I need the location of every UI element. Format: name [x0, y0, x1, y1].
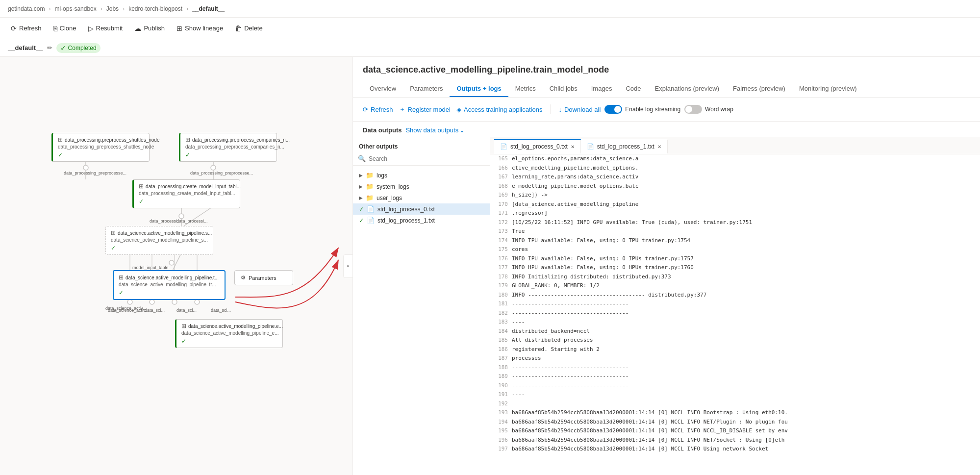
- log-line-text: ------------------------------------: [512, 382, 628, 390]
- delete-button[interactable]: 🗑 Delete: [230, 22, 268, 35]
- collapse-panel-button[interactable]: «: [343, 254, 352, 278]
- file-search[interactable]: 🔍: [353, 152, 490, 166]
- log-line: 186registered. Starting with 2: [490, 345, 980, 354]
- svg-text:data_processing_preprocesse...: data_processing_preprocesse...: [190, 171, 253, 175]
- tab-overview[interactable]: Overview: [363, 81, 403, 97]
- tab-monitoring[interactable]: Monitoring (preview): [792, 81, 864, 97]
- log-line-number: 182: [494, 309, 508, 318]
- log-tab-0[interactable]: 📄 std_log_process_0.txt ✕: [494, 139, 581, 154]
- edit-icon[interactable]: ✏: [47, 44, 52, 51]
- register-model-button[interactable]: ＋ Register model: [399, 102, 451, 116]
- word-wrap-toggle[interactable]: Word wrap: [684, 105, 733, 114]
- log-line-text: ba686aaf85b54b2594ccb5808baa13d2000001:1…: [512, 427, 788, 435]
- log-line-number: 175: [494, 246, 508, 254]
- log-line-text: [data_science.active_modelling_pipeline: [512, 200, 638, 209]
- tab-code[interactable]: Code: [619, 81, 648, 97]
- log-line: 185All distributed processes: [490, 336, 980, 345]
- params-icon: ⚙: [241, 275, 246, 281]
- log-tab-1-close[interactable]: ✕: [657, 144, 661, 150]
- check-icon-file-0: ✓: [359, 206, 364, 213]
- tab-outputs-logs[interactable]: Outputs + logs: [450, 81, 508, 97]
- log-streaming-toggle-switch[interactable]: [604, 105, 622, 114]
- pipeline-node-3[interactable]: ⊞ data_processing.create_model_input_tab…: [132, 179, 240, 208]
- tab-explanations[interactable]: Explanations (preview): [648, 81, 726, 97]
- log-line: 192: [490, 400, 980, 409]
- download-all-button[interactable]: ↓ Download all: [558, 103, 601, 116]
- pipeline-node-4[interactable]: ⊞ data_science.active_modelling_pipeline…: [105, 226, 213, 255]
- action-bar: ⟳ Refresh ＋ Register model ◈ Access trai…: [353, 98, 980, 122]
- tree-item-file-0[interactable]: ✓ 📄 std_log_process_0.txt: [353, 203, 490, 215]
- delete-icon: 🗑: [235, 25, 242, 32]
- show-data-outputs-link[interactable]: Show data outputs ⌄: [405, 126, 465, 134]
- tab-parameters[interactable]: Parameters: [403, 81, 450, 97]
- node-check-1: ✓: [58, 151, 144, 158]
- log-line-text: h_size]) ->: [512, 191, 548, 200]
- show-lineage-button[interactable]: ⊞ Show lineage: [172, 22, 228, 35]
- breadcrumb-item-1[interactable]: getindata.com: [8, 5, 45, 12]
- svg-text:data_processi...: data_processi...: [150, 219, 181, 224]
- word-wrap-toggle-switch[interactable]: [684, 105, 702, 114]
- log-line-text: ba686aaf85b54b2594ccb5808baa13d2000001:1…: [512, 445, 768, 453]
- tree-item-file-0-label: std_log_process_0.txt: [377, 206, 435, 213]
- log-tab-1[interactable]: 📄 std_log_process_1.txt ✕: [581, 139, 668, 154]
- publish-button[interactable]: ☁ Publish: [129, 22, 170, 35]
- access-training-button[interactable]: ◈ Access training applications: [456, 103, 542, 116]
- svg-point-7: [83, 165, 88, 170]
- log-line: 173True: [490, 227, 980, 236]
- tab-images[interactable]: Images: [584, 81, 619, 97]
- log-line-number: 197: [494, 445, 508, 453]
- pipeline-node-5-selected[interactable]: ⊞ data_science.active_modelling_pipeline…: [113, 270, 226, 300]
- pipeline-node-1[interactable]: ⊞ data_processing.preprocess_shuttles_no…: [51, 133, 150, 162]
- tree-item-user-logs[interactable]: ▶ 📁 user_logs: [353, 192, 490, 203]
- log-streaming-toggle[interactable]: Enable log streaming: [604, 105, 680, 114]
- node-check-3: ✓: [139, 198, 235, 205]
- log-line: 178 INFO Initializing distributed: distr…: [490, 273, 980, 282]
- refresh-icon: ⟳: [11, 25, 17, 32]
- tree-item-system-logs[interactable]: ▶ 📁 system_logs: [353, 181, 490, 192]
- log-line: 188 ------------------------------------: [490, 363, 980, 373]
- log-line: 165el_options.epochs,params:data_science…: [490, 154, 980, 164]
- log-line: 175cores: [490, 245, 980, 254]
- log-tabs: 📄 std_log_process_0.txt ✕ 📄 std_log_proc…: [490, 137, 980, 154]
- search-input[interactable]: [369, 155, 485, 162]
- tree-item-file-1-label: std_log_process_1.txt: [377, 217, 435, 224]
- log-line: 187processes: [490, 354, 980, 363]
- log-line-number: 184: [494, 327, 508, 336]
- log-tab-0-close[interactable]: ✕: [571, 144, 575, 150]
- tree-item-logs[interactable]: ▶ 📁 logs: [353, 170, 490, 181]
- refresh-action-button[interactable]: ⟳ Refresh: [363, 103, 393, 116]
- expand-icon-logs: ▶: [359, 173, 363, 178]
- download-group: ↓ Download all Enable log streaming Word…: [558, 103, 733, 116]
- node-icon-4: ⊞: [111, 229, 116, 236]
- pipeline-canvas[interactable]: data_processing_preprocesse... data_proc…: [0, 57, 352, 475]
- svg-text:data_sci...: data_sci...: [211, 308, 231, 313]
- parameters-box[interactable]: ⚙ Parameters: [234, 270, 293, 285]
- log-line: 190 ------------------------------------: [490, 381, 980, 391]
- log-line-number: 193: [494, 409, 508, 417]
- log-line-text: ba686aaf85b54b2594ccb5808baa13d2000001:1…: [512, 409, 788, 417]
- resubmit-icon: ▷: [88, 25, 94, 32]
- tab-child-jobs[interactable]: Child jobs: [543, 81, 584, 97]
- resubmit-button[interactable]: ▷ Resubmit: [83, 22, 128, 35]
- clone-button[interactable]: ⎘ Clone: [49, 22, 81, 35]
- svg-point-8: [211, 165, 216, 170]
- folder-icon-system-logs: 📁: [366, 183, 374, 190]
- check-icon-file-1: ✓: [359, 217, 364, 224]
- refresh-button[interactable]: ⟳ Refresh: [6, 22, 47, 35]
- log-line-number: 190: [494, 382, 508, 390]
- svg-text:data_sci...: data_sci...: [145, 308, 165, 313]
- breadcrumb-item-3[interactable]: Jobs: [106, 5, 119, 12]
- detail-header: data_science.active_modelling_pipeline.t…: [353, 57, 980, 98]
- breadcrumb-item-5: __default__: [192, 5, 225, 12]
- log-line: 177 INFO HPU available: False, using: 0 …: [490, 263, 980, 273]
- log-line-text: INFO -----------------------------------…: [512, 291, 706, 300]
- tree-item-file-1[interactable]: ✓ 📄 std_log_process_1.txt: [353, 215, 490, 226]
- tab-fairness[interactable]: Fairness (preview): [726, 81, 792, 97]
- pipeline-node-2[interactable]: ⊞ data_processing.preprocess_companies_n…: [179, 133, 277, 162]
- pipeline-node-6[interactable]: ⊞ data_science.active_modelling_pipeline…: [175, 319, 283, 348]
- breadcrumb: getindata.com › ml-ops-sandbox › Jobs › …: [0, 0, 980, 18]
- log-content[interactable]: 165el_options.epochs,params:data_science…: [490, 154, 980, 475]
- tab-metrics[interactable]: Metrics: [508, 81, 543, 97]
- breadcrumb-item-4[interactable]: kedro-torch-blogpost: [128, 5, 182, 12]
- breadcrumb-item-2[interactable]: ml-ops-sandbox: [54, 5, 96, 12]
